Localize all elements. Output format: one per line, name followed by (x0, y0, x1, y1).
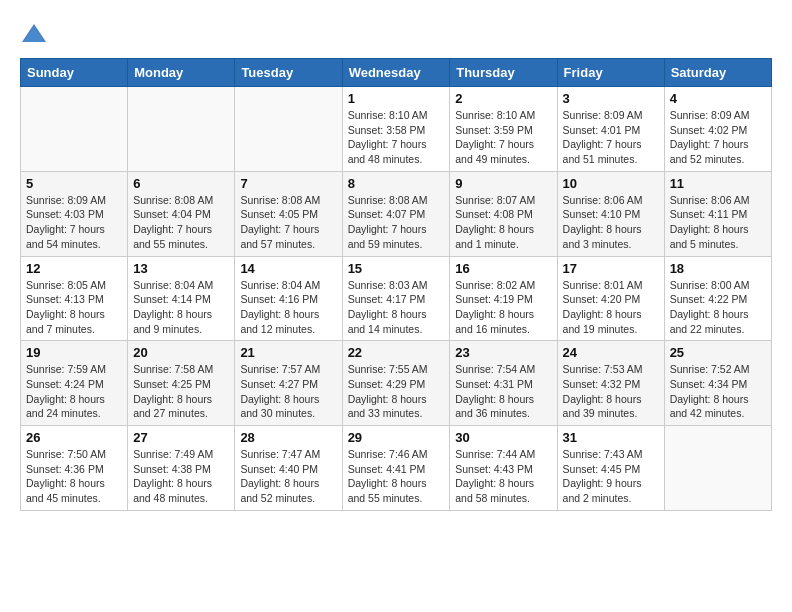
day-number: 18 (670, 261, 766, 276)
calendar-cell: 23Sunrise: 7:54 AMSunset: 4:31 PMDayligh… (450, 341, 557, 426)
calendar-cell: 8Sunrise: 8:08 AMSunset: 4:07 PMDaylight… (342, 171, 450, 256)
day-number: 16 (455, 261, 551, 276)
day-info: Sunrise: 7:55 AMSunset: 4:29 PMDaylight:… (348, 362, 445, 421)
calendar-cell (664, 426, 771, 511)
day-number: 10 (563, 176, 659, 191)
calendar-cell: 19Sunrise: 7:59 AMSunset: 4:24 PMDayligh… (21, 341, 128, 426)
calendar-cell: 18Sunrise: 8:00 AMSunset: 4:22 PMDayligh… (664, 256, 771, 341)
calendar-cell: 9Sunrise: 8:07 AMSunset: 4:08 PMDaylight… (450, 171, 557, 256)
calendar-cell: 28Sunrise: 7:47 AMSunset: 4:40 PMDayligh… (235, 426, 342, 511)
calendar-cell: 15Sunrise: 8:03 AMSunset: 4:17 PMDayligh… (342, 256, 450, 341)
logo (20, 20, 52, 48)
day-info: Sunrise: 7:58 AMSunset: 4:25 PMDaylight:… (133, 362, 229, 421)
day-info: Sunrise: 8:09 AMSunset: 4:01 PMDaylight:… (563, 108, 659, 167)
day-number: 1 (348, 91, 445, 106)
day-number: 2 (455, 91, 551, 106)
day-number: 17 (563, 261, 659, 276)
calendar-header: SundayMondayTuesdayWednesdayThursdayFrid… (21, 59, 772, 87)
day-number: 5 (26, 176, 122, 191)
week-row-1: 1Sunrise: 8:10 AMSunset: 3:58 PMDaylight… (21, 87, 772, 172)
header-day-monday: Monday (128, 59, 235, 87)
calendar-cell: 7Sunrise: 8:08 AMSunset: 4:05 PMDaylight… (235, 171, 342, 256)
calendar-cell: 20Sunrise: 7:58 AMSunset: 4:25 PMDayligh… (128, 341, 235, 426)
day-info: Sunrise: 8:08 AMSunset: 4:05 PMDaylight:… (240, 193, 336, 252)
day-info: Sunrise: 7:43 AMSunset: 4:45 PMDaylight:… (563, 447, 659, 506)
day-number: 25 (670, 345, 766, 360)
calendar-cell (21, 87, 128, 172)
calendar-cell: 12Sunrise: 8:05 AMSunset: 4:13 PMDayligh… (21, 256, 128, 341)
day-number: 31 (563, 430, 659, 445)
day-number: 30 (455, 430, 551, 445)
day-number: 13 (133, 261, 229, 276)
calendar-table: SundayMondayTuesdayWednesdayThursdayFrid… (20, 58, 772, 511)
calendar-cell: 21Sunrise: 7:57 AMSunset: 4:27 PMDayligh… (235, 341, 342, 426)
logo-icon (20, 20, 48, 48)
calendar-body: 1Sunrise: 8:10 AMSunset: 3:58 PMDaylight… (21, 87, 772, 511)
calendar-cell (128, 87, 235, 172)
day-number: 29 (348, 430, 445, 445)
week-row-5: 26Sunrise: 7:50 AMSunset: 4:36 PMDayligh… (21, 426, 772, 511)
day-info: Sunrise: 8:09 AMSunset: 4:02 PMDaylight:… (670, 108, 766, 167)
day-info: Sunrise: 8:07 AMSunset: 4:08 PMDaylight:… (455, 193, 551, 252)
day-info: Sunrise: 8:04 AMSunset: 4:16 PMDaylight:… (240, 278, 336, 337)
calendar-cell: 16Sunrise: 8:02 AMSunset: 4:19 PMDayligh… (450, 256, 557, 341)
header-day-wednesday: Wednesday (342, 59, 450, 87)
day-info: Sunrise: 7:47 AMSunset: 4:40 PMDaylight:… (240, 447, 336, 506)
day-info: Sunrise: 8:06 AMSunset: 4:10 PMDaylight:… (563, 193, 659, 252)
day-number: 9 (455, 176, 551, 191)
day-number: 11 (670, 176, 766, 191)
calendar-cell: 29Sunrise: 7:46 AMSunset: 4:41 PMDayligh… (342, 426, 450, 511)
day-number: 19 (26, 345, 122, 360)
day-info: Sunrise: 8:08 AMSunset: 4:04 PMDaylight:… (133, 193, 229, 252)
calendar-cell: 2Sunrise: 8:10 AMSunset: 3:59 PMDaylight… (450, 87, 557, 172)
header-day-sunday: Sunday (21, 59, 128, 87)
calendar-cell: 1Sunrise: 8:10 AMSunset: 3:58 PMDaylight… (342, 87, 450, 172)
calendar-cell (235, 87, 342, 172)
calendar-cell: 13Sunrise: 8:04 AMSunset: 4:14 PMDayligh… (128, 256, 235, 341)
header-day-saturday: Saturday (664, 59, 771, 87)
day-number: 8 (348, 176, 445, 191)
day-info: Sunrise: 7:53 AMSunset: 4:32 PMDaylight:… (563, 362, 659, 421)
calendar-cell: 14Sunrise: 8:04 AMSunset: 4:16 PMDayligh… (235, 256, 342, 341)
day-number: 4 (670, 91, 766, 106)
day-info: Sunrise: 8:06 AMSunset: 4:11 PMDaylight:… (670, 193, 766, 252)
day-info: Sunrise: 8:01 AMSunset: 4:20 PMDaylight:… (563, 278, 659, 337)
calendar-cell: 30Sunrise: 7:44 AMSunset: 4:43 PMDayligh… (450, 426, 557, 511)
day-number: 21 (240, 345, 336, 360)
day-info: Sunrise: 8:10 AMSunset: 3:58 PMDaylight:… (348, 108, 445, 167)
calendar-cell: 4Sunrise: 8:09 AMSunset: 4:02 PMDaylight… (664, 87, 771, 172)
calendar-cell: 17Sunrise: 8:01 AMSunset: 4:20 PMDayligh… (557, 256, 664, 341)
day-info: Sunrise: 8:00 AMSunset: 4:22 PMDaylight:… (670, 278, 766, 337)
calendar-cell: 25Sunrise: 7:52 AMSunset: 4:34 PMDayligh… (664, 341, 771, 426)
day-info: Sunrise: 7:46 AMSunset: 4:41 PMDaylight:… (348, 447, 445, 506)
day-info: Sunrise: 8:09 AMSunset: 4:03 PMDaylight:… (26, 193, 122, 252)
page-header (20, 20, 772, 48)
day-info: Sunrise: 7:59 AMSunset: 4:24 PMDaylight:… (26, 362, 122, 421)
calendar-cell: 24Sunrise: 7:53 AMSunset: 4:32 PMDayligh… (557, 341, 664, 426)
day-info: Sunrise: 7:57 AMSunset: 4:27 PMDaylight:… (240, 362, 336, 421)
header-day-friday: Friday (557, 59, 664, 87)
day-info: Sunrise: 8:10 AMSunset: 3:59 PMDaylight:… (455, 108, 551, 167)
day-info: Sunrise: 8:05 AMSunset: 4:13 PMDaylight:… (26, 278, 122, 337)
day-number: 23 (455, 345, 551, 360)
header-day-thursday: Thursday (450, 59, 557, 87)
week-row-2: 5Sunrise: 8:09 AMSunset: 4:03 PMDaylight… (21, 171, 772, 256)
calendar-cell: 6Sunrise: 8:08 AMSunset: 4:04 PMDaylight… (128, 171, 235, 256)
day-number: 3 (563, 91, 659, 106)
calendar-cell: 5Sunrise: 8:09 AMSunset: 4:03 PMDaylight… (21, 171, 128, 256)
day-info: Sunrise: 8:08 AMSunset: 4:07 PMDaylight:… (348, 193, 445, 252)
calendar-cell: 22Sunrise: 7:55 AMSunset: 4:29 PMDayligh… (342, 341, 450, 426)
day-info: Sunrise: 7:50 AMSunset: 4:36 PMDaylight:… (26, 447, 122, 506)
day-number: 6 (133, 176, 229, 191)
day-info: Sunrise: 8:02 AMSunset: 4:19 PMDaylight:… (455, 278, 551, 337)
day-info: Sunrise: 7:44 AMSunset: 4:43 PMDaylight:… (455, 447, 551, 506)
day-info: Sunrise: 8:04 AMSunset: 4:14 PMDaylight:… (133, 278, 229, 337)
day-number: 7 (240, 176, 336, 191)
day-number: 20 (133, 345, 229, 360)
header-day-tuesday: Tuesday (235, 59, 342, 87)
day-number: 22 (348, 345, 445, 360)
day-info: Sunrise: 7:49 AMSunset: 4:38 PMDaylight:… (133, 447, 229, 506)
day-number: 27 (133, 430, 229, 445)
calendar-cell: 26Sunrise: 7:50 AMSunset: 4:36 PMDayligh… (21, 426, 128, 511)
calendar-cell: 31Sunrise: 7:43 AMSunset: 4:45 PMDayligh… (557, 426, 664, 511)
